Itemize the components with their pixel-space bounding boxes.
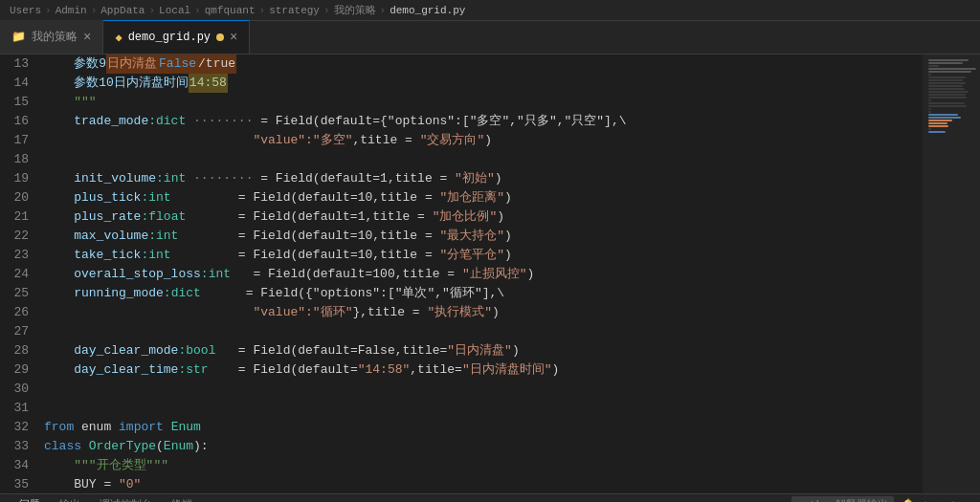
tab-close-icon[interactable]: × <box>230 30 237 45</box>
breadcrumb-part[interactable]: AppData <box>100 5 145 16</box>
tab-terminal[interactable]: 终端 <box>162 497 202 502</box>
breadcrumb-part[interactable]: 我的策略 <box>334 3 376 17</box>
code-line-18 <box>44 150 923 169</box>
code-line-20: plus_tick:int = Field(default=10,title =… <box>44 188 923 207</box>
tab-folder[interactable]: 📁 我的策略 × <box>0 20 103 54</box>
breadcrumb-part[interactable]: demo_grid.py <box>390 5 465 16</box>
code-line-32: from enum import Enum <box>44 418 923 437</box>
code-line-31 <box>44 399 923 418</box>
code-line-28: day_clear_mode:bool = Field(default=Fals… <box>44 341 923 360</box>
breadcrumb-part[interactable]: Local <box>159 5 190 16</box>
code-line-25: running_mode:dict = Field({"options":["单… <box>44 284 923 303</box>
tab-problems[interactable]: 问题 <box>10 497 50 503</box>
code-line-24: overall_stop_loss:int = Field(default=10… <box>44 265 923 284</box>
breadcrumb-part[interactable]: qmfquant <box>205 5 256 16</box>
breadcrumb-part[interactable]: Admin <box>56 5 87 16</box>
breadcrumb-part[interactable]: Users <box>10 5 41 16</box>
python-file-icon: ◆ <box>115 31 122 45</box>
code-line-16: trade_mode:dict ········ = Field(default… <box>44 112 923 131</box>
interpreter-label[interactable]: python解释器输出 <box>791 496 894 502</box>
tab-bar: 📁 我的策略 × ◆ demo_grid.py × <box>0 21 980 55</box>
breadcrumb: Users › Admin › AppData › Local › qmfqua… <box>0 0 980 21</box>
maximize-icon[interactable]: ∧ <box>950 498 957 502</box>
code-line-27 <box>44 322 923 341</box>
code-line-17: "value":"多空",title = "交易方向") <box>44 131 923 150</box>
code-line-34: """开仓类型""" <box>44 456 923 475</box>
breadcrumb-part[interactable]: strategy <box>269 5 320 16</box>
tab-debug-console[interactable]: 调试控制台 <box>90 497 162 502</box>
tab-output[interactable]: 输出 <box>50 497 90 502</box>
code-line-13: 参数9日内清盘False/true <box>44 55 923 74</box>
code-line-19: init_volume:int ········ = Field(default… <box>44 169 923 188</box>
bottom-panel-tabs: 问题 输出 调试控制台 终端 python解释器输出 🔔 ⚙ ⊙ ∧ × <box>0 493 980 502</box>
code-editor[interactable]: 参数9日内清盘False/true 参数10日内清盘时间14:58 """ tr… <box>34 55 923 493</box>
split-icon[interactable]: ⊙ <box>936 498 943 502</box>
code-line-15: """ <box>44 93 923 112</box>
minimap <box>923 55 980 493</box>
panel-tab-group: 问题 输出 调试控制台 终端 <box>10 497 202 503</box>
modified-dot <box>216 33 224 41</box>
editor-area: 13 14 15 16 17 18 19 20 21 22 23 24 25 2… <box>0 55 980 493</box>
panel-controls: python解释器输出 🔔 ⚙ ⊙ ∧ × <box>791 496 970 502</box>
close-panel-icon[interactable]: × <box>964 499 970 503</box>
code-line-22: max_volume:int = Field(default=10,title … <box>44 227 923 246</box>
code-line-23: take_tick:int = Field(default=10,title =… <box>44 246 923 265</box>
code-line-35: BUY = "0" <box>44 475 923 493</box>
bell-icon[interactable]: 🔔 <box>902 498 915 502</box>
folder-icon: 📁 <box>11 30 26 44</box>
code-line-33: class OrderType(Enum): <box>44 437 923 456</box>
line-numbers: 13 14 15 16 17 18 19 20 21 22 23 24 25 2… <box>0 55 34 493</box>
code-line-30 <box>44 380 923 399</box>
settings-icon[interactable]: ⚙ <box>923 498 929 502</box>
code-line-14: 参数10日内清盘时间14:58 <box>44 74 923 93</box>
tab-close-icon[interactable]: × <box>83 30 91 45</box>
code-line-21: plus_rate:float = Field(default=1,title … <box>44 207 923 227</box>
code-line-29: day_clear_time:str = Field(default="14:5… <box>44 360 923 380</box>
tab-demo-grid[interactable]: ◆ demo_grid.py × <box>103 20 250 54</box>
code-line-26: "value":"循环"},title = "执行模式") <box>44 303 923 322</box>
